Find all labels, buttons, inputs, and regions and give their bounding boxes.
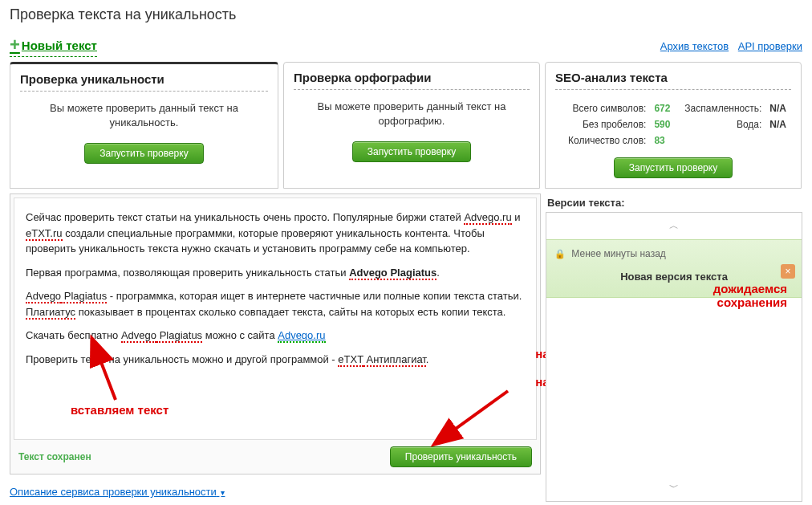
seo-label: Без пробелов: — [557, 117, 649, 132]
seo-label: Вода: — [681, 117, 765, 132]
seo-value: 83 — [651, 133, 680, 148]
version-label: Новая версия текста — [554, 271, 794, 283]
run-spelling-button[interactable]: Запустить проверку — [352, 141, 471, 162]
seo-value: 590 — [651, 117, 680, 132]
seo-value: 672 — [651, 101, 680, 116]
seo-label: Заспамленность: — [681, 101, 765, 116]
seo-value: N/A — [766, 117, 790, 132]
tab-seo-title: SEO-анализ текста — [555, 71, 791, 90]
tab-uniqueness[interactable]: Проверка уникальности Вы можете проверит… — [10, 62, 278, 189]
run-seo-button[interactable]: Запустить проверку — [614, 157, 733, 178]
annotation-insert-text: вставляем текст — [71, 403, 168, 417]
seo-row: Без пробелов: 590 Вода: N/A — [557, 117, 790, 132]
seo-stats-table: Всего символов: 672 Заспамленность: N/A … — [555, 100, 791, 149]
seo-label: Всего символов: — [557, 101, 649, 116]
seo-row: Количество слов: 83 — [557, 133, 790, 148]
versions-scroll-up[interactable]: ︿ — [546, 213, 802, 239]
text-saved-status: Текст сохранен — [18, 451, 91, 462]
text-editor[interactable]: Сейчас проверить текст статьи на уникаль… — [14, 198, 537, 440]
chevron-up-icon: ︿ — [669, 220, 679, 231]
version-time: Менее минуты назад — [571, 248, 666, 259]
page-title: Проверка текста на уникальность — [10, 6, 802, 23]
version-close-button[interactable]: × — [781, 264, 795, 279]
version-item[interactable]: 🔒 Менее минуты назад Новая версия текста… — [546, 239, 802, 298]
editor-container: Сейчас проверить текст статьи на уникаль… — [10, 193, 541, 474]
tab-uniqueness-desc: Вы можете проверить данный текст на уник… — [20, 101, 268, 130]
new-text-label: Новый текст — [22, 39, 97, 52]
run-uniqueness-button[interactable]: Запустить проверку — [84, 143, 203, 164]
tab-spelling-title: Проверка орфографии — [294, 71, 530, 90]
lock-icon: 🔒 — [554, 249, 566, 259]
seo-label: Количество слов: — [557, 133, 649, 148]
service-description-link[interactable]: Описание сервиса проверки уникальности ▾ — [10, 486, 225, 498]
plus-icon: + — [10, 35, 20, 55]
api-link[interactable]: API проверки — [738, 40, 802, 52]
archive-link[interactable]: Архив текстов — [660, 40, 729, 52]
advego-link[interactable]: Advego.ru — [278, 329, 325, 343]
chevron-down-icon: ﹀ — [669, 482, 679, 493]
tab-uniqueness-title: Проверка уникальности — [20, 72, 268, 92]
versions-scroll-down[interactable]: ﹀ — [546, 474, 802, 501]
new-text-link[interactable]: + Новый текст — [10, 35, 97, 57]
close-icon: × — [785, 266, 790, 277]
tab-spelling-desc: Вы можете проверить данный текст на орфо… — [294, 100, 530, 128]
versions-title: Версии текста: — [547, 197, 802, 209]
tab-seo[interactable]: SEO-анализ текста Всего символов: 672 За… — [545, 62, 802, 189]
seo-value: N/A — [766, 101, 790, 116]
chevron-down-icon: ▾ — [221, 488, 225, 497]
seo-row: Всего символов: 672 Заспамленность: N/A — [557, 101, 790, 116]
versions-panel: ︿ 🔒 Менее минуты назад Новая версия текс… — [546, 212, 802, 502]
tab-spelling[interactable]: Проверка орфографии Вы можете проверить … — [283, 62, 540, 189]
check-uniqueness-button[interactable]: Проверить уникальность — [390, 446, 532, 467]
